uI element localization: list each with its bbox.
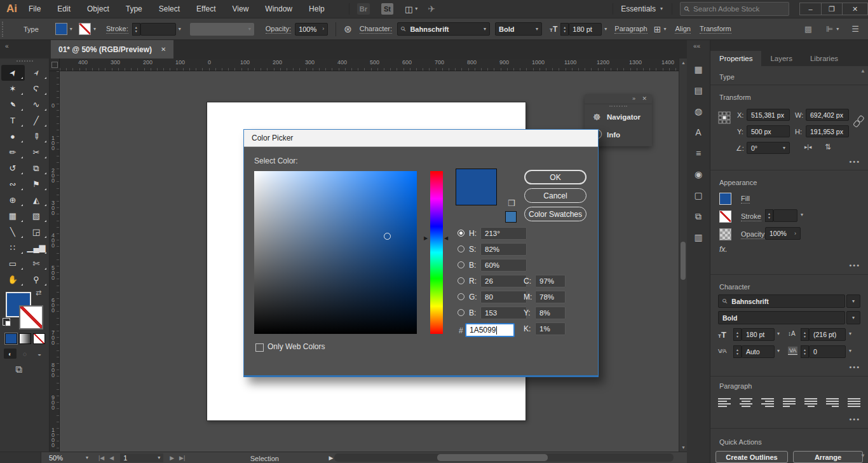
horizontal-scroll-thumb[interactable] [437,454,548,461]
default-fill-stroke-icon[interactable] [3,318,10,326]
ellipse-tool[interactable]: ● [1,128,25,144]
flip-vertical-icon[interactable]: ⇅ [825,142,831,151]
eyedropper-tool[interactable]: ╲ [1,224,25,240]
character-more-options[interactable]: ••• [849,363,860,371]
minimize-button[interactable]: – [799,3,821,15]
first-artboard-icon[interactable]: |◀ [98,455,104,461]
width-tool[interactable]: ∾ [1,176,25,192]
blend-tool[interactable]: ◲ [25,224,48,240]
draw-inside-button[interactable]: ◒ [33,349,46,359]
menu-item-window[interactable]: Window [265,4,292,13]
blue-radio[interactable] [458,309,465,316]
font-style-select[interactable]: Bold▾ [495,22,542,36]
paragraph-styles-panel-icon[interactable]: ≡ [687,145,710,162]
symbol-sprayer-tool[interactable]: ∷ [1,240,25,256]
justify-last-right-button[interactable] [825,396,840,409]
hex-input[interactable]: 1A5099 [465,323,515,337]
transform-link-label[interactable]: Transform [700,25,731,34]
saturation-brightness-field[interactable] [254,171,417,334]
brightness-field[interactable]: 60% [480,259,527,272]
artboard-number-select[interactable]: 1 ▾ [120,453,163,462]
closest-web-color-swatch[interactable] [505,211,517,223]
opacity-chevron-icon[interactable]: › [322,26,324,32]
control-menu-icon[interactable]: ☰ [851,24,859,34]
leading-field[interactable]: (216 pt) [809,328,846,341]
leading-chevron-icon[interactable]: ▾ [849,331,851,336]
selection-tool[interactable]: ➤ [1,65,25,81]
character-font-chevron[interactable]: ▾ [846,294,860,308]
hand-tool[interactable]: ✋ [1,272,25,287]
red-radio[interactable] [458,277,465,284]
justify-last-left-button[interactable] [782,396,797,409]
stroke-color-swatch[interactable] [79,23,91,35]
blue-field[interactable]: 153 [480,307,527,319]
align-left-button[interactable] [717,396,732,409]
scroll-down-icon[interactable]: ▼ [681,445,686,450]
horizontal-ruler[interactable]: 4003002001000100200300400500600700800900… [60,59,679,71]
arrange-button[interactable]: Arrange [793,451,863,463]
slice-tool[interactable]: ✄ [25,256,48,272]
link-dimensions-icon[interactable] [852,114,866,128]
type-tool[interactable]: T [1,113,25,128]
color-swatches-button[interactable]: Color Swatches [524,207,587,221]
hue-field[interactable]: 213° [480,227,527,240]
restore-button[interactable]: ❐ [821,3,843,15]
draw-normal-button[interactable]: ◐ [4,349,17,359]
panel-close-icon[interactable]: ✕ [642,95,647,102]
character-font-select[interactable]: ⚲ Bahnschrift [718,294,845,308]
x-field[interactable]: 515,381 px [747,109,790,121]
leading-stepper[interactable] [801,328,809,341]
menu-item-help[interactable]: Help [309,4,325,13]
menu-item-view[interactable]: View [233,4,249,13]
stroke-color-chevron-icon[interactable]: ▾ [93,27,96,32]
character-link-label[interactable]: Character: [360,25,392,34]
tracking-stepper[interactable] [801,345,809,358]
align-center-button[interactable] [738,396,754,409]
font-size-field[interactable]: 180 pt [569,23,602,36]
color-field-marker[interactable] [384,233,391,240]
column-graph-tool[interactable]: ▁▄▆ [25,240,48,256]
glyph-snapping-icon[interactable]: ⊞ [654,24,661,34]
cyan-field[interactable]: 97% [535,275,566,287]
appearance-stroke-chevron-icon[interactable]: ▾ [801,212,803,218]
gpu-performance-icon[interactable]: ✈ [428,4,435,14]
fx-effects-button[interactable]: fx. [719,245,728,254]
panel-grip[interactable] [609,106,627,107]
appearance-stroke-swatch[interactable] [719,211,731,223]
artboards-panel-icon[interactable]: ▤ [687,82,710,99]
yellow-field[interactable]: 8% [535,307,566,319]
horizontal-scrollbar-track[interactable] [334,453,674,462]
font-family-select[interactable]: ⚲ Bahnschrift ▾ [397,22,490,36]
menu-item-select[interactable]: Select [159,4,180,13]
toolbar-collapse-icon[interactable]: « [5,43,9,50]
vertical-scroll-thumb[interactable] [681,242,686,280]
magenta-field[interactable]: 78% [535,291,566,303]
kerning-stepper[interactable] [733,345,742,358]
appearance-stroke-stepper[interactable] [765,209,773,222]
align-options-chevron-icon[interactable]: ▾ [836,27,839,32]
saturation-radio[interactable] [458,245,465,252]
flip-horizontal-icon[interactable]: ▸|◂ [804,144,811,150]
green-field[interactable]: 80 [480,291,527,303]
color-mode-fill-button[interactable] [5,333,17,344]
color-guide-panel-icon[interactable]: ◍ [687,103,710,120]
menu-item-file[interactable]: File [29,4,41,13]
reference-point-icon[interactable] [718,111,731,124]
zoom-tool[interactable]: ⚲ [25,272,48,287]
green-radio[interactable] [458,293,465,300]
direct-selection-tool[interactable]: ➢ [25,65,48,81]
transparency-panel-icon[interactable]: ⧉ [687,208,710,225]
scissors-tool[interactable]: ✂ [25,144,48,160]
fill-color-swatch[interactable] [55,23,67,35]
appearance-more-options[interactable]: ••• [849,261,860,269]
y-field[interactable]: 500 px [747,125,790,137]
character-size-chevron-icon[interactable]: ▾ [777,331,780,336]
kerning-field[interactable]: Auto [742,345,775,358]
bridge-icon[interactable]: Br [357,3,370,15]
stroke-weight-label[interactable]: Stroke: [106,25,128,34]
swap-fill-stroke-icon[interactable]: ⇄ [36,289,41,297]
appearance-stroke-field[interactable] [773,209,797,222]
dialog-titlebar[interactable]: Color Picker [244,130,598,147]
brightness-radio[interactable] [458,261,465,268]
document-tab-close-icon[interactable]: ✕ [161,46,166,53]
